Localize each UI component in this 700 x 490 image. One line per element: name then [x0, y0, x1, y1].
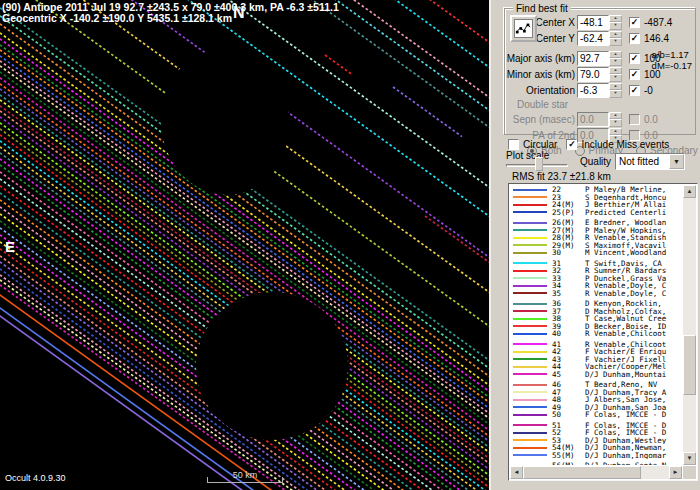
scroll-down-icon[interactable]: ▼: [683, 452, 696, 465]
observer-name: Vachier/Cooper/Mel: [585, 363, 682, 371]
observer-row[interactable]: 46T Beard,Reno, NV: [511, 381, 682, 389]
vertical-scrollbar[interactable]: ▲ ▼: [683, 185, 696, 465]
observer-row[interactable]: 49D/J Dunham,San Joa: [511, 404, 682, 412]
orientation-input[interactable]: -6.3: [577, 83, 609, 98]
orientation-row: Orientation -6.3 ▲ ▼ ✓ -0: [505, 83, 695, 97]
scroll-up-icon[interactable]: ▲: [683, 185, 696, 198]
chord-color-swatch: [513, 391, 547, 393]
observer-row[interactable]: 51F Colas, IMCCE - D: [511, 422, 682, 430]
spinner-down-icon[interactable]: ▼: [609, 22, 622, 30]
center-y-input[interactable]: -62.4: [577, 31, 609, 46]
observer-row[interactable]: 36D Kenyon,Rocklin,: [511, 300, 682, 308]
orientation-checkbox[interactable]: ✓: [629, 85, 640, 96]
observer-row[interactable]: 41R Venable,Chilcoot: [511, 341, 682, 349]
observer-row[interactable]: 52F Colas, IMCCE - D: [511, 429, 682, 437]
observer-row[interactable]: 28(M)R Venable,Standish: [511, 234, 682, 242]
observer-row[interactable]: 53D/J Dunham,Westley: [511, 437, 682, 445]
chord-color-swatch: [513, 303, 547, 305]
spinner-up-icon[interactable]: ▲: [609, 15, 622, 23]
center-y-checkbox[interactable]: ✓: [629, 33, 640, 44]
major-axis-spinner[interactable]: ▲ ▼: [609, 51, 622, 66]
observer-row[interactable]: 37D Machholz,Colfax,: [511, 308, 682, 316]
observer-row[interactable]: 31T Swift,Davis, CA: [511, 260, 682, 268]
observer-name: D/J Dunham,Tracy A: [585, 389, 682, 397]
include-miss-checkbox[interactable]: ✓: [566, 139, 577, 150]
spinner-down-icon[interactable]: ▼: [609, 74, 622, 82]
sepn-spinner: ▲ ▼: [609, 112, 622, 127]
observer-row[interactable]: 48J Albers,San Jose,: [511, 396, 682, 404]
spinner-up-icon[interactable]: ▲: [609, 83, 622, 91]
quality-dropdown[interactable]: Not fitted ▼: [615, 153, 685, 170]
center-x-input[interactable]: -48.1: [577, 15, 609, 30]
observer-row[interactable]: 22P Maley/B Merline,: [511, 186, 682, 194]
vertical-scroll-thumb[interactable]: [683, 335, 696, 395]
observer-row[interactable]: 42F Vachier/E Enriqu: [511, 348, 682, 356]
observer-name: D Becker,Boise, ID: [585, 323, 682, 331]
observer-row[interactable]: 56(M)D/J Dunham,Santa N: [511, 462, 682, 465]
observer-name: R Venable,Doyle, C: [585, 282, 682, 290]
scroll-right-icon[interactable]: ►: [669, 466, 682, 479]
center-x-result: -487.4: [644, 17, 672, 28]
chord-line: [393, 87, 462, 137]
plot-title: (90) Antiope 2011 Jul 19 92.7 ±243.5 x 7…: [2, 2, 339, 24]
horizontal-scrollbar[interactable]: ◄ ►: [510, 466, 682, 479]
chord-color-swatch: [513, 310, 547, 312]
circular-checkbox[interactable]: [508, 139, 519, 150]
observer-row[interactable]: 35R Venable,Doyle, C: [511, 290, 682, 298]
observer-row[interactable]: 27(M)P Maley/W Hopkins,: [511, 227, 682, 235]
chord-color-swatch: [513, 262, 547, 264]
orientation-spinner[interactable]: ▲ ▼: [609, 83, 622, 98]
observer-row[interactable]: 25(P)Predicted Centerli: [511, 209, 682, 217]
double-star-label: Double star: [517, 99, 695, 110]
observer-row[interactable]: 47D/J Dunham,Tracy A: [511, 389, 682, 397]
minor-axis-input[interactable]: 79.0: [577, 67, 609, 82]
sepn-result: 0.0: [644, 114, 658, 125]
observer-name: D/J Dunham,Santa N: [585, 462, 682, 465]
minor-axis-checkbox[interactable]: ✓: [629, 69, 640, 80]
observer-row[interactable]: 38T Case,Walnut Cree: [511, 315, 682, 323]
major-axis-input[interactable]: 92.7: [577, 51, 609, 66]
dropdown-arrow-icon[interactable]: ▼: [669, 154, 684, 169]
observer-row[interactable]: 50F Colas, IMCCE - D: [511, 411, 682, 419]
observer-row[interactable]: 26(M)E Bredner, Woodlan: [511, 219, 682, 227]
spinner-up-icon: ▲: [609, 128, 622, 136]
spinner-up-icon[interactable]: ▲: [609, 67, 622, 75]
observer-row[interactable]: 40R Venable,Chilcoot: [511, 330, 682, 338]
center-x-spinner[interactable]: ▲ ▼: [609, 15, 622, 30]
sepn-input: 0.0: [577, 112, 609, 127]
sepn-label: Sepn (masec): [505, 114, 575, 125]
observer-row[interactable]: 34R Venable,Doyle, C: [511, 282, 682, 290]
chord-color-swatch: [513, 211, 547, 213]
center-y-spinner[interactable]: ▲ ▼: [609, 31, 622, 46]
observer-row[interactable]: 29(M)S Maximoff,Vacavil: [511, 242, 682, 250]
spinner-up-icon: ▲: [609, 112, 622, 120]
center-x-checkbox[interactable]: ✓: [629, 17, 640, 28]
scroll-left-icon[interactable]: ◄: [510, 466, 523, 479]
plot-scale-slider-thumb[interactable]: [535, 157, 543, 171]
horizontal-scroll-thumb[interactable]: [523, 466, 641, 479]
fit-button[interactable]: [510, 15, 537, 42]
chord-color-swatch: [513, 384, 547, 386]
include-miss-label: Include Miss events: [581, 139, 669, 150]
observer-row[interactable]: 43F Vachier/J Fixell: [511, 356, 682, 364]
observer-row[interactable]: 54(M)D/J Dunham,Newman,: [511, 444, 682, 452]
quality-value: Not fitted: [616, 154, 669, 169]
observer-row[interactable]: 32R Sumner/R Bardars: [511, 267, 682, 275]
observer-row[interactable]: 24(M)J Berthier/M Allai: [511, 201, 682, 209]
observer-row[interactable]: 44Vachier/Cooper/Mel: [511, 363, 682, 371]
observer-row[interactable]: 55(M)D/J Dunham,Ingomar: [511, 452, 682, 460]
spinner-up-icon[interactable]: ▲: [609, 31, 622, 39]
spinner-down-icon[interactable]: ▼: [609, 38, 622, 46]
observer-name: D/J Dunham,Newman,: [585, 444, 682, 452]
observer-name: P Maley/B Merline,: [585, 186, 682, 194]
major-axis-checkbox[interactable]: ✓: [629, 53, 640, 64]
spinner-down-icon[interactable]: ▼: [609, 90, 622, 98]
observer-row[interactable]: 45D/J Dunham,Mountai: [511, 371, 682, 379]
spinner-down-icon[interactable]: ▼: [609, 58, 622, 66]
observer-row[interactable]: 39D Becker,Boise, ID: [511, 323, 682, 331]
observer-row[interactable]: 33P Dunckel,Grass Va: [511, 275, 682, 283]
spinner-up-icon[interactable]: ▲: [609, 51, 622, 59]
observer-row[interactable]: 23S Degenhardt,Honcu: [511, 194, 682, 202]
minor-axis-spinner[interactable]: ▲ ▼: [609, 67, 622, 82]
observer-row[interactable]: 30M Vincent,Woodland: [511, 249, 682, 257]
